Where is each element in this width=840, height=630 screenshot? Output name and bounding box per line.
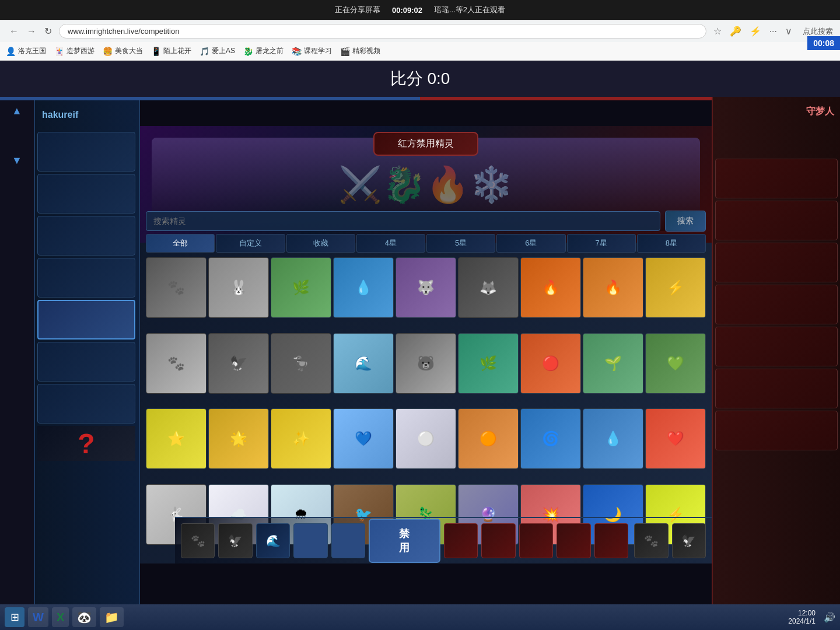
filter-tab-custom[interactable]: 自定义 — [216, 234, 285, 253]
bottom-slot-monster-3[interactable]: 🌊 — [256, 523, 290, 558]
monster-cell[interactable]: 🐰 — [208, 257, 269, 318]
monster-cell[interactable]: 💙 — [333, 408, 394, 469]
right-pick-slot-6[interactable] — [715, 369, 838, 408]
bottom-slot-monster-right-1[interactable]: 🐾 — [634, 523, 668, 558]
bottom-slot-blue-1[interactable] — [293, 523, 327, 558]
right-pick-slot-3[interactable] — [715, 243, 838, 282]
bookmark-item[interactable]: 👤洛克王国 — [6, 46, 46, 56]
bookmark-icon[interactable]: ☆ — [711, 23, 724, 39]
bookmark-item[interactable]: 🐉屠龙之前 — [243, 46, 284, 56]
left-pick-slot-3[interactable] — [37, 216, 135, 256]
monster-cell[interactable]: 💧 — [583, 408, 643, 469]
left-pick-slot-2[interactable] — [37, 174, 135, 214]
monster-cell[interactable]: 🐺 — [396, 257, 456, 318]
left-pick-slot-4[interactable] — [37, 258, 135, 298]
filter-tab-all[interactable]: 全部 — [146, 234, 215, 253]
left-pick-slot-5[interactable] — [37, 300, 135, 340]
url-bar[interactable] — [59, 24, 706, 38]
filter-tab-4star[interactable]: 4星 — [356, 234, 425, 253]
taskbar-excel[interactable]: X — [52, 607, 69, 627]
start-button[interactable]: ⊞ — [5, 607, 24, 627]
bookmark-label: 陌上花开 — [163, 46, 191, 56]
monster-cell[interactable]: ⚡ — [645, 257, 706, 318]
left-pick-slot-7[interactable] — [37, 384, 135, 424]
bookmark-favicon: 📱 — [151, 47, 161, 56]
monster-cell[interactable]: 🌱 — [583, 333, 643, 394]
ban-button[interactable]: 禁用 — [369, 519, 440, 563]
bookmark-item[interactable]: 🎵爱上AS — [200, 46, 235, 56]
bottom-slot-red-4[interactable] — [556, 523, 590, 558]
monster-cell[interactable]: 💚 — [645, 333, 706, 394]
sidebar-arrow-up[interactable]: ▲ — [9, 103, 24, 120]
monster-cell[interactable]: ✨ — [271, 408, 331, 469]
right-pick-slot-1[interactable] — [715, 159, 838, 198]
monster-cell[interactable]: 🐻 — [396, 333, 456, 394]
right-pick-slot-5[interactable] — [715, 327, 838, 366]
filter-tab-6star[interactable]: 6星 — [496, 234, 565, 253]
monster-grid: 🐾 🐰 🌿 💧 🐺 🦊 🔥 🔥 ⚡ 🐾 🦅 🦆 🌊 🐻 🌿 🔴 🌱 💚 ⭐ 🌟 … — [146, 257, 706, 558]
monster-cell[interactable]: ❤️ — [645, 408, 706, 469]
bottom-slot-red-3[interactable] — [519, 523, 553, 558]
lightning-icon[interactable]: ⚡ — [747, 23, 764, 39]
share-timer: 00:09:02 — [392, 6, 422, 15]
monster-cell[interactable]: 🌟 — [208, 408, 269, 469]
filter-tab-8star[interactable]: 8星 — [637, 234, 706, 253]
taskbar-word[interactable]: W — [28, 607, 48, 627]
monster-cell[interactable]: 🌀 — [520, 408, 581, 469]
left-pick-slot-1[interactable] — [37, 132, 135, 172]
bookmark-item[interactable]: 📱陌上花开 — [151, 46, 191, 56]
sidebar-arrow-down[interactable]: ▼ — [9, 152, 24, 169]
right-pick-slot-7[interactable] — [715, 411, 838, 450]
left-pick-slot-6[interactable] — [37, 342, 135, 382]
right-pick-slot-2[interactable] — [715, 201, 838, 240]
bottom-slot-monster-1[interactable]: 🐾 — [181, 523, 215, 558]
taskbar-clock: 12:002024/1/1 — [788, 609, 816, 625]
filter-tab-fav[interactable]: 收藏 — [286, 234, 355, 253]
monster-cell[interactable]: 💧 — [333, 257, 394, 318]
taskbar-volume-icon[interactable]: 🔊 — [824, 612, 835, 623]
monster-cell[interactable]: 🌿 — [458, 333, 519, 394]
monster-cell[interactable]: 🔥 — [520, 257, 581, 318]
bookmark-label: 洛克王国 — [18, 46, 46, 56]
bottom-slot-red-1[interactable] — [444, 523, 478, 558]
monster-cell[interactable]: 🔴 — [520, 333, 581, 394]
back-button[interactable]: ← — [7, 24, 21, 39]
forward-button[interactable]: → — [24, 24, 38, 39]
right-pick-slot-4[interactable] — [715, 285, 838, 324]
bookmark-item[interactable]: 🃏造梦西游 — [54, 46, 94, 56]
monster-cell[interactable]: 🔥 — [583, 257, 643, 318]
more-icon[interactable]: ··· — [767, 24, 779, 39]
bookmark-label: 美食大当 — [115, 46, 143, 56]
taskbar-explorer[interactable]: 📁 — [100, 607, 124, 627]
bottom-slot-monster-right-2[interactable]: 🦅 — [672, 523, 706, 558]
bookmark-item[interactable]: 📚课程学习 — [292, 46, 332, 56]
search-label[interactable]: 点此搜索 — [803, 26, 833, 37]
bottom-slot-blue-2[interactable] — [331, 523, 365, 558]
key-icon[interactable]: 🔑 — [727, 23, 744, 39]
chevron-down-icon[interactable]: ∨ — [783, 23, 794, 39]
bookmark-item[interactable]: 🎬精彩视频 — [340, 46, 380, 56]
monster-cell[interactable]: 🐾 — [146, 333, 206, 394]
search-button[interactable]: 搜索 — [665, 211, 706, 232]
monster-cell[interactable]: 🌊 — [333, 333, 394, 394]
filter-tab-7star[interactable]: 7星 — [567, 234, 636, 253]
bookmark-favicon: 👤 — [6, 47, 16, 56]
monster-cell[interactable]: 🦅 — [208, 333, 269, 394]
search-input[interactable] — [146, 211, 660, 231]
monster-cell[interactable]: ⚪ — [396, 408, 456, 469]
taskbar-app-3[interactable]: 🐼 — [72, 607, 96, 627]
monster-cell[interactable]: 🟠 — [458, 408, 519, 469]
filter-tab-5star[interactable]: 5星 — [426, 234, 495, 253]
bookmark-favicon: 📚 — [292, 47, 302, 56]
bookmark-favicon: 🎬 — [340, 47, 350, 56]
monster-cell[interactable]: ⭐ — [146, 408, 206, 469]
bottom-slot-monster-2[interactable]: 🦅 — [218, 523, 252, 558]
monster-cell[interactable]: 🌿 — [271, 257, 331, 318]
bottom-slot-red-2[interactable] — [481, 523, 515, 558]
bookmark-item[interactable]: 🍔美食大当 — [103, 46, 143, 56]
monster-cell[interactable]: 🦆 — [271, 333, 331, 394]
monster-cell[interactable]: 🐾 — [146, 257, 206, 318]
monster-cell[interactable]: 🦊 — [458, 257, 519, 318]
refresh-button[interactable]: ↻ — [42, 23, 54, 39]
bottom-slot-red-5[interactable] — [594, 523, 628, 558]
